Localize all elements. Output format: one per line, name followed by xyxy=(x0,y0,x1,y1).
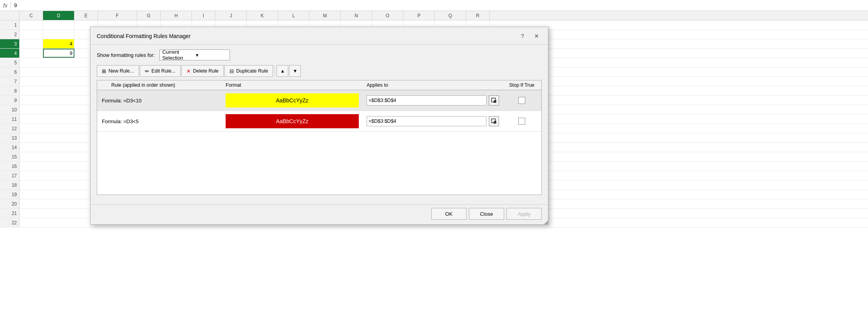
edit-rule-button[interactable]: ✏ Edit Rule... xyxy=(140,65,181,77)
col-header-E[interactable]: E xyxy=(74,11,98,20)
col-header-F[interactable]: F xyxy=(98,11,137,20)
rule-1-format: AaBbCcYyZz xyxy=(222,92,363,109)
row-num: 1 xyxy=(0,20,20,29)
rules-toolbar: ⊞ New Rule... ✏ Edit Rule... ✕ Delete Ru… xyxy=(97,65,542,77)
delete-rule-button[interactable]: ✕ Delete Rule xyxy=(181,65,224,77)
show-rules-dropdown[interactable]: Current Selection ▾ xyxy=(159,49,230,60)
col-header-I[interactable]: I xyxy=(192,11,215,20)
row-num: 15 xyxy=(0,152,20,161)
rule-1-formula: Formula: =D3<10 xyxy=(97,98,222,104)
ok-button[interactable]: OK xyxy=(431,208,467,220)
col-header-K[interactable]: K xyxy=(247,11,278,20)
new-rule-icon: ⊞ xyxy=(102,68,106,74)
apply-button[interactable]: Apply xyxy=(506,208,542,220)
fx-label: fx xyxy=(3,2,7,9)
cell[interactable] xyxy=(20,20,43,29)
col-header-R[interactable]: R xyxy=(466,11,490,20)
row-num: 21 xyxy=(0,209,20,218)
range-select-icon xyxy=(491,118,497,124)
row-num-spacer xyxy=(0,11,20,20)
rules-table: Rule (applied in order shown) Format App… xyxy=(97,80,542,195)
row-num: 9 xyxy=(0,96,20,105)
col-header-J[interactable]: J xyxy=(215,11,247,20)
resize-handle[interactable] xyxy=(544,220,548,224)
col-header-L[interactable]: L xyxy=(278,11,309,20)
rule-1-applies xyxy=(363,95,502,106)
dropdown-value: Current Selection xyxy=(162,49,193,61)
row-num: 10 xyxy=(0,105,20,114)
down-arrow-icon: ▼ xyxy=(293,68,297,74)
col-header-P[interactable]: P xyxy=(403,11,435,20)
dialog-footer: OK Close Apply xyxy=(90,204,548,224)
col-header-M[interactable]: M xyxy=(309,11,341,20)
formula-bar-divider xyxy=(11,2,11,9)
row-num: 12 xyxy=(0,124,20,133)
col-header-N[interactable]: N xyxy=(341,11,372,20)
rule-2-stop xyxy=(502,118,541,125)
row-num: 18 xyxy=(0,180,20,189)
col-header-C[interactable]: C xyxy=(20,11,43,20)
row-num: 22 xyxy=(0,218,20,227)
column-headers: C D E F G H I J K L M N O P Q R xyxy=(0,11,868,20)
col-header-stop: Stop If True xyxy=(502,82,541,88)
rule-2-preview: AaBbCcYyZz xyxy=(226,114,359,128)
row-num: 19 xyxy=(0,190,20,199)
cell[interactable] xyxy=(20,49,43,58)
row-num: 16 xyxy=(0,162,20,171)
row-num: 6 xyxy=(0,67,20,76)
col-header-applies: Applies to xyxy=(363,82,502,88)
dialog-title: Conditional Formatting Rules Manager xyxy=(97,33,191,39)
dialog-body: Show formatting rules for: Current Selec… xyxy=(90,45,548,204)
svg-marker-3 xyxy=(494,121,496,124)
col-header-O[interactable]: O xyxy=(372,11,403,20)
up-arrow-icon: ▲ xyxy=(280,68,285,74)
new-rule-button[interactable]: ⊞ New Rule... xyxy=(97,65,139,77)
move-up-button[interactable]: ▲ xyxy=(277,65,288,77)
conditional-formatting-dialog: Conditional Formatting Rules Manager ? ✕… xyxy=(90,27,548,225)
row-num-active: 3 xyxy=(0,39,20,48)
row-num: 8 xyxy=(0,86,20,95)
rule-2-format: AaBbCcYyZz xyxy=(222,113,363,130)
duplicate-rule-icon: ⊟ xyxy=(230,68,234,74)
rule-2-stop-checkbox[interactable] xyxy=(518,118,525,125)
duplicate-rule-button[interactable]: ⊟ Duplicate Rule xyxy=(224,65,273,77)
col-header-D[interactable]: D xyxy=(43,11,74,20)
col-header-G[interactable]: G xyxy=(137,11,161,20)
col-header-rule: Rule (applied in order shown) xyxy=(97,82,222,88)
rule-row-1[interactable]: Formula: =D3<10 AaBbCcYyZz xyxy=(97,90,541,111)
rule-row-2[interactable]: Formula: =D3<5 AaBbCcYyZz xyxy=(97,111,541,132)
cell[interactable] xyxy=(20,39,43,48)
rule-2-formula: Formula: =D3<5 xyxy=(97,118,222,124)
dialog-controls: ? ✕ xyxy=(517,31,542,41)
rule-1-stop-checkbox[interactable] xyxy=(518,97,525,104)
rule-2-applies-input[interactable] xyxy=(367,116,486,126)
row-num: 17 xyxy=(0,171,20,180)
rules-empty-area xyxy=(97,132,541,195)
rules-table-header: Rule (applied in order shown) Format App… xyxy=(97,80,541,90)
cell-D3[interactable]: 4 xyxy=(43,39,74,48)
cell[interactable] xyxy=(20,30,43,39)
col-header-H[interactable]: H xyxy=(161,11,192,20)
chevron-down-icon: ▾ xyxy=(196,52,227,58)
move-down-button[interactable]: ▼ xyxy=(289,65,301,77)
formula-value: 9 xyxy=(14,2,17,8)
cell-D4[interactable]: 9 xyxy=(43,49,74,58)
dialog-close-button[interactable]: ✕ xyxy=(532,31,542,41)
toolbar-separator xyxy=(275,66,275,76)
rule-1-applies-input[interactable] xyxy=(367,95,486,106)
rule-1-ref-button[interactable] xyxy=(489,95,499,106)
rule-1-stop xyxy=(502,97,541,104)
col-header-Q[interactable]: Q xyxy=(435,11,466,20)
close-button[interactable]: Close xyxy=(469,208,504,220)
row-num: 2 xyxy=(0,30,20,39)
range-select-icon xyxy=(491,98,497,103)
formula-bar: fx 9 xyxy=(0,0,868,11)
cell[interactable] xyxy=(43,30,74,39)
rule-1-preview: AaBbCcYyZz xyxy=(226,93,359,107)
new-rule-label: New Rule... xyxy=(108,68,134,74)
duplicate-rule-label: Duplicate Rule xyxy=(236,68,268,74)
dialog-help-button[interactable]: ? xyxy=(517,31,528,41)
rule-2-ref-button[interactable] xyxy=(489,116,499,126)
cell[interactable] xyxy=(43,20,74,29)
row-num: 20 xyxy=(0,199,20,208)
